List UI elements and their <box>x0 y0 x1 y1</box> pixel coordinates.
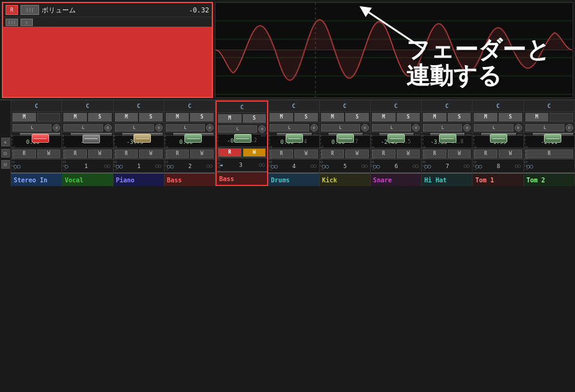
fader-wrapper-tom1: 605101520304050-∞ <box>473 133 523 135</box>
channel-drums: C M S L e 605101520304050-∞ <box>268 100 319 186</box>
channel-name-row-piano: Piano <box>114 172 164 186</box>
r-btn-drums[interactable]: R <box>269 149 293 158</box>
mute-btn-stereo-in[interactable]: M <box>12 113 36 122</box>
track-num-row-kick: ○○ 5 ○○ <box>320 159 370 172</box>
eq-btn-vocal[interactable]: e <box>104 124 112 131</box>
eq-btn-tom1[interactable]: e <box>515 124 522 131</box>
rw-row-channel4: R W <box>217 146 267 158</box>
mute-btn-kick[interactable]: M <box>321 113 345 122</box>
channel-name-row-stereo-in: Stereo In <box>11 172 61 186</box>
r-btn-bass[interactable]: R <box>166 149 189 158</box>
listen-btn-tom2[interactable]: L <box>525 124 564 131</box>
plugin-value: -0.32 <box>189 6 209 14</box>
plugin-sub-btn-2[interactable]: ┐ <box>20 19 33 26</box>
w-btn-vocal[interactable]: W <box>88 149 112 158</box>
track-num-row-tom2: ○○ <box>524 159 574 172</box>
solo-btn-vocal[interactable]: S <box>88 113 112 122</box>
plugin-sub-btn-1[interactable]: ||| <box>6 19 18 26</box>
fader-knob-tom2[interactable] <box>544 134 561 143</box>
eq-btn-hihat[interactable]: e <box>463 124 471 131</box>
tool-cursor[interactable]: ✛ <box>1 138 10 146</box>
w-btn-snare[interactable]: W <box>397 149 420 158</box>
mute-btn-channel4[interactable]: M <box>218 114 242 123</box>
w-btn-stereo-in[interactable]: W <box>37 149 61 158</box>
fader-wrapper-tom2: 605101520304050-∞ <box>524 133 574 135</box>
track-icon-tom2: ○○ <box>527 163 533 169</box>
listen-btn-piano[interactable]: L <box>115 124 154 131</box>
listen-btn-bass[interactable]: L <box>166 124 205 131</box>
listen-btn-kick[interactable]: L <box>321 124 360 131</box>
solo-btn-kick[interactable]: S <box>345 113 369 122</box>
tool-plugin[interactable]: ⊡ <box>1 149 10 158</box>
r-btn-snare[interactable]: R <box>372 149 396 158</box>
mixer-section: ✛ ⊡ ⊟ C M L e 605101520304050-∞ <box>0 99 575 186</box>
w-btn-kick[interactable]: W <box>345 149 369 158</box>
w-btn-channel4[interactable]: W <box>243 148 266 157</box>
solo-btn-snare[interactable]: S <box>397 113 420 122</box>
plugin-r-button[interactable]: R <box>6 5 18 15</box>
w-btn-drums[interactable]: W <box>294 149 318 158</box>
track-num-row-channel4: ◄ 3 ○○ <box>217 158 267 171</box>
mute-btn-vocal[interactable]: M <box>63 113 87 122</box>
r-btn-hihat[interactable]: R <box>423 149 446 158</box>
mute-btn-tom2[interactable]: M <box>525 113 549 122</box>
eq-btn-tom2[interactable]: e <box>566 124 573 131</box>
r-btn-piano[interactable]: R <box>115 149 138 158</box>
listen-btn-drums[interactable]: L <box>269 124 309 131</box>
ms-row-tom2: M <box>524 112 574 123</box>
fader-knob-tom1[interactable] <box>490 134 507 143</box>
le-row-tom1: L e <box>473 123 523 133</box>
mute-btn-bass[interactable]: M <box>166 113 189 122</box>
channel-name-snare: Snare <box>371 174 421 186</box>
tool-eq[interactable]: ⊟ <box>1 160 10 169</box>
plugin-wave-btn[interactable]: ||| <box>20 5 39 15</box>
mute-btn-hihat[interactable]: M <box>423 113 446 122</box>
listen-btn-snare[interactable]: L <box>372 124 411 131</box>
eq-btn-stereo-in[interactable]: e <box>53 124 60 131</box>
eq-btn-snare[interactable]: e <box>412 124 420 131</box>
solo-btn-piano[interactable]: S <box>139 113 163 122</box>
listen-btn-vocal[interactable]: L <box>63 124 102 131</box>
listen-btn-tom1[interactable]: L <box>474 124 513 131</box>
fader-knob-snare[interactable] <box>387 134 405 143</box>
fader-knob-piano[interactable] <box>134 134 151 143</box>
listen-btn-channel4[interactable]: L <box>218 125 257 133</box>
eq-btn-piano[interactable]: e <box>155 124 163 131</box>
fader-knob-kick[interactable] <box>337 134 354 143</box>
eq-btn-drums[interactable]: e <box>310 124 318 131</box>
mute-btn-piano[interactable]: M <box>115 113 138 122</box>
r-btn-tom2[interactable]: R <box>525 149 573 158</box>
solo-btn-channel4[interactable]: S <box>243 114 266 123</box>
mute-btn-tom1[interactable]: M <box>474 113 497 122</box>
listen-btn-hihat[interactable]: L <box>423 124 462 131</box>
fader-knob-bass[interactable] <box>184 134 202 143</box>
w-btn-tom1[interactable]: W <box>499 149 522 158</box>
r-btn-tom1[interactable]: R <box>474 149 497 158</box>
solo-btn-bass[interactable]: S <box>190 113 214 122</box>
solo-btn-tom1[interactable]: S <box>499 113 522 122</box>
fader-knob-hihat[interactable] <box>439 134 456 143</box>
le-row-stereo-in: L e <box>11 123 61 133</box>
eq-btn-kick[interactable]: e <box>361 124 369 131</box>
fader-wrapper-stereo-in: 605101520304050-∞ <box>11 133 61 135</box>
r-btn-stereo-in[interactable]: R <box>12 149 36 158</box>
r-btn-kick[interactable]: R <box>321 149 345 158</box>
rw-row-drums: R W <box>268 148 319 159</box>
mute-btn-snare[interactable]: M <box>372 113 396 122</box>
fader-knob-vocal[interactable] <box>83 135 100 143</box>
mute-btn-drums[interactable]: M <box>269 113 293 122</box>
w-btn-piano[interactable]: W <box>139 149 163 158</box>
r-btn-channel4[interactable]: R <box>218 148 242 157</box>
w-btn-hihat[interactable]: W <box>448 149 471 158</box>
eq-btn-bass[interactable]: e <box>206 124 214 131</box>
eq-btn-channel4[interactable]: e <box>258 125 266 133</box>
track-icon-tom1: ○○ <box>475 163 482 169</box>
fader-knob-drums[interactable] <box>286 134 303 143</box>
solo-btn-hihat[interactable]: S <box>448 113 471 122</box>
r-btn-vocal[interactable]: R <box>63 149 87 158</box>
w-btn-bass[interactable]: W <box>190 149 214 158</box>
solo-btn-drums[interactable]: S <box>294 113 318 122</box>
listen-btn-stereo-in[interactable]: L <box>12 124 52 131</box>
fader-knob-stereo-in[interactable] <box>32 134 49 143</box>
fader-knob-channel4[interactable] <box>234 134 251 143</box>
